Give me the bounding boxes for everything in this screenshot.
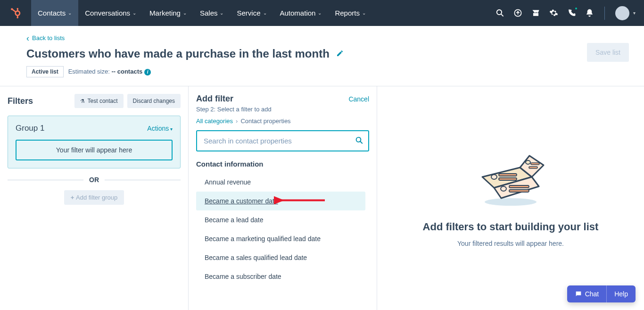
results-empty-title: Add filters to start building your list: [423, 221, 599, 233]
chevron-down-icon: ⌄: [183, 10, 187, 16]
flask-icon: ⚗: [80, 98, 85, 104]
group-actions-menu[interactable]: Actions: [147, 125, 173, 132]
top-nav: Contacts⌄Conversations⌄Marketing⌄Sales⌄S…: [0, 0, 644, 26]
svg-point-14: [491, 175, 497, 179]
chevron-down-icon: ⌄: [318, 10, 322, 16]
nav-item-sales[interactable]: Sales⌄: [193, 0, 231, 26]
filters-panel: Filters ⚗Test contact Discard changes Gr…: [0, 86, 189, 310]
svg-point-4: [17, 8, 18, 9]
arrow-annotation: [274, 195, 326, 207]
breadcrumb-current: Contact properties: [240, 117, 290, 125]
chevron-down-icon: ⌄: [263, 10, 267, 16]
filter-options-scroll[interactable]: Contact information Annual revenueBecame…: [196, 160, 369, 304]
svg-rect-19: [509, 190, 529, 192]
list-title: Customers who have made a purchase in th…: [26, 47, 330, 60]
nav-items: Contacts⌄Conversations⌄Marketing⌄Sales⌄S…: [31, 0, 372, 26]
nav-item-automation[interactable]: Automation⌄: [273, 0, 329, 26]
svg-rect-15: [499, 174, 517, 176]
svg-rect-22: [529, 167, 537, 168]
search-icon[interactable]: [495, 8, 504, 18]
cancel-link[interactable]: Cancel: [348, 95, 369, 103]
group-title: Group 1: [16, 124, 44, 133]
svg-point-7: [496, 10, 501, 15]
breadcrumb: All categories›Contact properties: [196, 117, 369, 125]
chevron-down-icon: ⌄: [362, 10, 366, 16]
search-input[interactable]: [196, 130, 369, 151]
avatar: [615, 6, 629, 20]
discard-changes-button[interactable]: Discard changes: [127, 94, 181, 108]
nav-item-conversations[interactable]: Conversations⌄: [78, 0, 143, 26]
svg-line-8: [501, 14, 503, 17]
marketplace-icon[interactable]: [531, 8, 540, 18]
search-icon[interactable]: [355, 136, 363, 146]
main-content: Filters ⚗Test contact Discard changes Gr…: [0, 86, 644, 310]
estimated-size: Estimated size: -- contactsi: [68, 68, 151, 75]
svg-point-17: [501, 186, 506, 191]
notification-dot: [574, 7, 578, 10]
add-filter-panel: Add filter Cancel Step 2: Select a filte…: [189, 86, 377, 310]
help-button[interactable]: Help: [607, 285, 636, 302]
filters-title: Filters: [8, 96, 33, 106]
upgrade-icon[interactable]: [513, 8, 522, 18]
phone-icon[interactable]: [567, 8, 576, 18]
add-filter-title: Add filter: [196, 94, 233, 104]
page-header: Back to lists Customers who have made a …: [0, 26, 644, 86]
svg-rect-18: [509, 185, 529, 188]
back-to-lists-link[interactable]: Back to lists: [26, 34, 65, 42]
hubspot-logo[interactable]: [7, 4, 25, 23]
filter-option[interactable]: Became a customer date: [196, 192, 365, 210]
svg-point-2: [11, 8, 13, 10]
chevron-down-icon: ▾: [633, 10, 636, 16]
nav-item-reports[interactable]: Reports⌄: [328, 0, 372, 26]
breadcrumb-all-categories[interactable]: All categories: [196, 117, 233, 125]
help-widget: Chat Help: [567, 285, 636, 302]
account-menu[interactable]: ▾: [615, 6, 636, 20]
filter-section-title: Contact information: [196, 160, 365, 168]
nav-item-service[interactable]: Service⌄: [230, 0, 273, 26]
add-filter-group-button[interactable]: Add filter group: [64, 190, 124, 205]
test-contact-button[interactable]: ⚗Test contact: [74, 94, 124, 108]
svg-rect-21: [531, 163, 539, 165]
filter-placeholder: Your filter will appear here: [16, 140, 173, 160]
filter-option[interactable]: Became a subscriber date: [196, 267, 365, 286]
svg-point-10: [356, 137, 361, 142]
nav-item-contacts[interactable]: Contacts⌄: [31, 0, 78, 26]
info-icon[interactable]: i: [144, 69, 151, 75]
active-list-badge: Active list: [26, 66, 64, 77]
svg-line-11: [360, 141, 363, 143]
edit-icon[interactable]: [336, 50, 344, 59]
chevron-down-icon: ⌄: [220, 10, 223, 16]
chevron-down-icon: ⌄: [132, 10, 136, 16]
or-divider: OR: [8, 176, 181, 184]
chevron-down-icon: ⌄: [68, 10, 72, 16]
save-list-button[interactable]: Save list: [587, 43, 629, 62]
results-empty-sub: Your filtered results will appear here.: [457, 240, 564, 247]
filter-option[interactable]: Annual revenue: [196, 173, 365, 192]
filter-option[interactable]: Became a sales qualified lead date: [196, 248, 365, 267]
empty-state-illustration: [475, 151, 546, 208]
chat-button[interactable]: Chat: [567, 285, 607, 302]
filter-option[interactable]: Became a lead date: [196, 210, 365, 229]
svg-point-6: [17, 17, 18, 18]
notifications-icon[interactable]: [585, 8, 594, 18]
nav-item-marketing[interactable]: Marketing⌄: [143, 0, 193, 26]
filter-option[interactable]: Became a marketing qualified lead date: [196, 229, 365, 248]
svg-point-20: [526, 160, 530, 164]
svg-rect-16: [499, 178, 517, 180]
settings-icon[interactable]: [549, 8, 558, 18]
svg-point-13: [485, 198, 537, 206]
filter-group: Group 1 Actions Your filter will appear …: [8, 116, 181, 168]
step-label: Step 2: Select a filter to add: [196, 106, 369, 113]
results-panel: Add filters to start building your list …: [377, 86, 644, 310]
